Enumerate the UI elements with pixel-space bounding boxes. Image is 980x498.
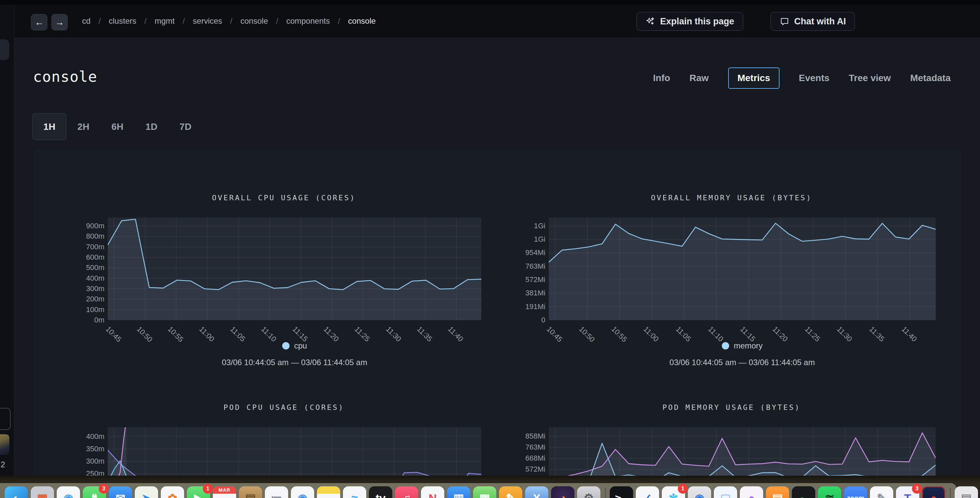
- overall-cpu-ytick: 700m: [54, 243, 104, 251]
- dock-icon-todo-check[interactable]: ✓: [636, 486, 659, 498]
- forward-button[interactable]: →: [51, 14, 68, 30]
- slack-glyph: ✻: [669, 492, 678, 498]
- dock-icon-spotify[interactable]: ≋: [818, 486, 841, 498]
- breadcrumb-item-console[interactable]: console: [348, 16, 376, 26]
- pod-cpu-ytick: 350m: [54, 445, 104, 453]
- dock-icon-facetime[interactable]: ▶1: [187, 486, 210, 498]
- tab-events[interactable]: Events: [799, 73, 830, 83]
- tab-tree-view[interactable]: Tree view: [849, 73, 891, 83]
- left-rail: 2: [0, 4, 14, 480]
- dock-icon-purple-orb-app[interactable]: ●: [740, 486, 763, 498]
- overall-cpu-ytick: 900m: [54, 222, 104, 230]
- dock-icon-mail[interactable]: ✉: [109, 486, 132, 498]
- dock-icon-contacts[interactable]: ▤: [239, 486, 262, 498]
- dock-icon-reminders[interactable]: ≔: [265, 486, 288, 498]
- dock-icon-safari[interactable]: ◉: [57, 486, 80, 498]
- terminal-glyph: >_: [615, 492, 628, 498]
- breadcrumb-item-console[interactable]: console: [240, 16, 268, 26]
- dock-icon-music[interactable]: ♫: [395, 486, 418, 498]
- breadcrumb-item-components[interactable]: components: [286, 16, 330, 26]
- dock-icon-blue-app[interactable]: ▢: [714, 486, 737, 498]
- news-glyph: N: [429, 492, 437, 498]
- time-range-7d[interactable]: 7D: [169, 113, 202, 140]
- dock-icon-photos[interactable]: ✿: [161, 486, 184, 498]
- dock-icon-notes[interactable]: [317, 486, 340, 498]
- dock-icon-books[interactable]: ▤: [766, 486, 789, 498]
- avatar[interactable]: [0, 434, 10, 455]
- purple-orb-app-glyph: ●: [748, 492, 755, 498]
- chat-with-ai-label: Chat with AI: [794, 16, 846, 27]
- dock-icon-finder[interactable]: ◐: [5, 486, 28, 498]
- notification-badge: 1: [678, 484, 688, 494]
- xcode-glyph: X: [533, 492, 541, 498]
- arcade-game-glyph: ●: [930, 492, 937, 498]
- overall-memory-ytick: 1Gi: [495, 222, 546, 230]
- breadcrumb-item-services[interactable]: services: [193, 16, 222, 26]
- dock-icon-news[interactable]: N: [421, 486, 444, 498]
- overall-memory-ytick: 763Mi: [495, 262, 546, 271]
- dock-icon-arcade-game[interactable]: ●: [922, 486, 945, 498]
- breadcrumb-item-mgmt[interactable]: mgmt: [154, 16, 175, 26]
- dock-icon-system-settings[interactable]: ⚙: [577, 486, 600, 498]
- time-range-1h[interactable]: 1H: [32, 113, 66, 140]
- overall-memory-plot[interactable]: [549, 218, 935, 320]
- spotify-glyph: ≋: [825, 492, 835, 498]
- dock-icon-terminal[interactable]: >_: [610, 486, 633, 498]
- keynote-glyph: ▥: [453, 492, 464, 498]
- pod-memory-ytick: 858Mi: [495, 432, 546, 441]
- dock-icon-chrome[interactable]: ◉: [291, 486, 314, 498]
- dock-icon-launchpad[interactable]: ▦: [31, 486, 54, 498]
- dock-icon-teams[interactable]: T3: [896, 486, 919, 498]
- chrome-glyph: ◉: [298, 492, 307, 498]
- explain-page-label: Explain this page: [660, 16, 734, 27]
- dock-icon-zoom[interactable]: zoom: [844, 486, 867, 498]
- dock-icon-onepassword[interactable]: ◉: [688, 486, 711, 498]
- dock-icon-keynote[interactable]: ▥: [447, 486, 470, 498]
- breadcrumb-item-cd[interactable]: cd: [82, 16, 91, 26]
- chat-bubble-icon: [780, 16, 789, 26]
- dock-icon-slack[interactable]: ✻1: [662, 486, 685, 498]
- dock-icon-pages[interactable]: ≈: [343, 486, 366, 498]
- pencil-app-glyph: ✎: [506, 492, 516, 498]
- dock-icon-numbers[interactable]: ▦: [473, 486, 496, 498]
- dock-icon-apple-tv[interactable]: tv: [369, 486, 392, 498]
- rail-outline-button[interactable]: [0, 408, 11, 430]
- notification-badge: 3: [99, 484, 109, 494]
- dock-icon-maps[interactable]: ➤: [135, 486, 158, 498]
- pod-cpu-ytick: 400m: [54, 432, 104, 441]
- rail-selected-item[interactable]: [0, 39, 10, 60]
- dock-icon-xcode[interactable]: X: [525, 486, 548, 498]
- activity-monitor-glyph: ~: [800, 492, 807, 498]
- chat-with-ai-button[interactable]: Chat with AI: [770, 12, 855, 31]
- page-title: console: [33, 68, 97, 85]
- overall-cpu-legend[interactable]: cpu: [108, 341, 481, 351]
- textedit-glyph: ✎: [877, 492, 886, 498]
- dock-icon-calendar[interactable]: MAR6: [213, 486, 236, 498]
- explain-page-button[interactable]: Explain this page: [636, 12, 743, 31]
- dock-icon-document-stack[interactable]: ▤: [955, 486, 978, 498]
- tab-raw[interactable]: Raw: [689, 73, 709, 83]
- facetime-glyph: ▶: [194, 492, 203, 498]
- music-glyph: ♫: [402, 492, 411, 498]
- sparkles-icon: [646, 16, 655, 26]
- breadcrumb-separator: /: [145, 16, 147, 26]
- dock-icon-textedit[interactable]: ✎: [870, 486, 893, 498]
- time-range-6h[interactable]: 6H: [100, 113, 134, 140]
- tab-info[interactable]: Info: [653, 73, 670, 83]
- dock-icon-activity-monitor[interactable]: ~: [792, 486, 815, 498]
- books-glyph: ▤: [772, 492, 783, 498]
- dock-icon-firefox[interactable]: ◕: [551, 486, 574, 498]
- overall-memory-ytick: 572Mi: [495, 275, 546, 284]
- overall-memory-legend[interactable]: memory: [549, 341, 935, 351]
- main-content: console InfoRawMetricsEventsTree viewMet…: [14, 38, 980, 480]
- overall-cpu-plot[interactable]: [108, 218, 481, 320]
- tab-metadata[interactable]: Metadata: [910, 73, 951, 83]
- time-range-1d[interactable]: 1D: [134, 113, 169, 140]
- breadcrumb-item-clusters[interactable]: clusters: [109, 16, 137, 26]
- dock-icon-messages[interactable]: ❝3: [83, 486, 106, 498]
- pod-memory-ytick: 763Mi: [495, 443, 546, 452]
- dock-icon-pencil-app[interactable]: ✎: [499, 486, 522, 498]
- time-range-2h[interactable]: 2H: [66, 113, 100, 140]
- tab-metrics[interactable]: Metrics: [728, 67, 780, 89]
- back-button[interactable]: ←: [31, 14, 48, 30]
